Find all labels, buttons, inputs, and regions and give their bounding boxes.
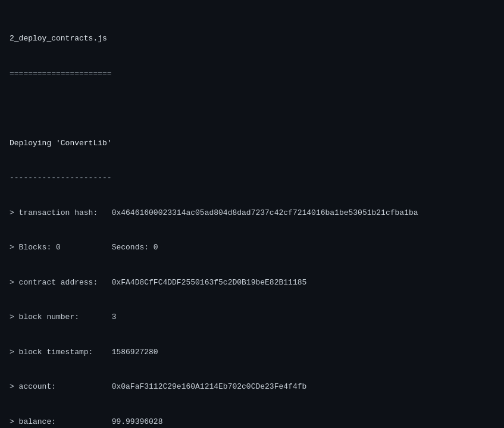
section1-header: Deploying 'ConvertLib' (10, 138, 494, 149)
tx-hash-1: > transaction hash: 0x46461600023314ac05… (10, 207, 494, 219)
file-title: 2_deploy_contracts.js (10, 33, 494, 45)
blocks-1: > Blocks: 0 Seconds: 0 (10, 242, 494, 254)
block-number-1: > block number: 3 (10, 311, 494, 323)
terminal-output: 2_deploy_contracts.js ==================… (10, 10, 494, 428)
account-1: > account: 0x0aFaF3112C29e160A1214Eb702c… (10, 381, 494, 393)
section1-underline: ---------------------- (10, 172, 494, 184)
block-timestamp-1: > block timestamp: 1586927280 (10, 346, 494, 358)
balance-1: > balance: 99.99396028 (10, 416, 494, 428)
title-underline: ====================== (10, 68, 494, 80)
contract-addr-1: > contract address: 0xFA4D8CfFC4DDF25501… (10, 277, 494, 289)
